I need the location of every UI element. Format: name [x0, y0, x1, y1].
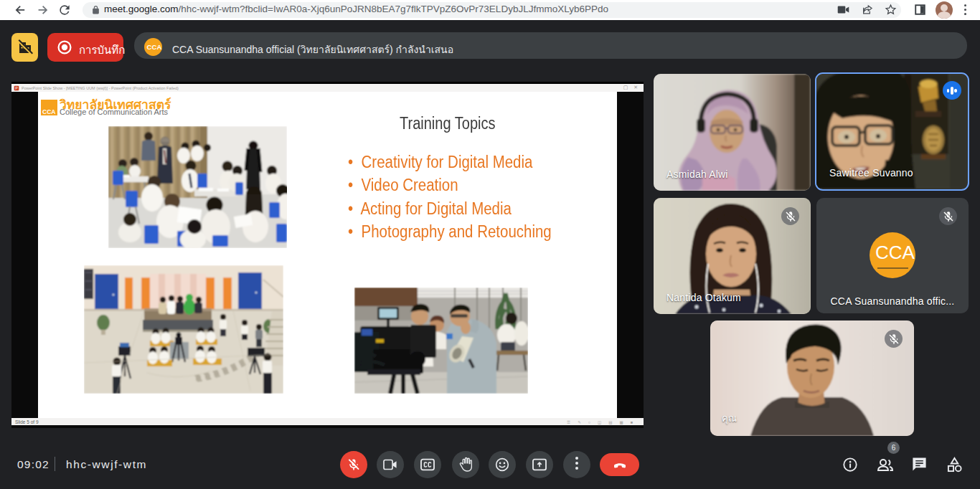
svg-text:P: P [15, 86, 18, 90]
